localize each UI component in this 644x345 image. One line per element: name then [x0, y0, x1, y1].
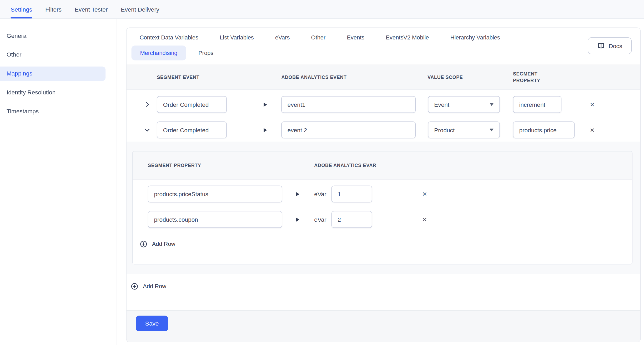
tab-list-variables[interactable]: List Variables	[220, 34, 254, 41]
expanded-row-section: Segment Property Adobe Analytics Evar eV…	[127, 142, 640, 274]
settings-sidebar: General Other Mappings Identity Resoluti…	[0, 19, 117, 345]
column-header-nested-segment-property: Segment Property	[148, 162, 201, 169]
sidebar-item-label: Other	[7, 51, 22, 58]
tab-hierarchy-variables[interactable]: Hierarchy Variables	[450, 34, 500, 41]
column-header-adobe-analytics-event: Adobe Analytics Event	[281, 74, 346, 80]
tab-eventsv2-mobile[interactable]: EventsV2 Mobile	[386, 34, 429, 41]
segment-event-input[interactable]	[157, 121, 227, 138]
value-scope-selected: Event	[434, 101, 449, 108]
remove-nested-row-button[interactable]: ✕	[419, 214, 430, 225]
chevron-right-icon[interactable]	[143, 101, 151, 108]
column-header-segment-event: Segment Event	[157, 74, 199, 80]
segment-property-input[interactable]	[513, 96, 561, 113]
nav-tab-label: Event Delivery	[121, 6, 159, 13]
tab-evars[interactable]: eVars	[275, 34, 290, 41]
tab-events[interactable]: Events	[347, 34, 364, 41]
triangle-right-icon	[296, 192, 299, 196]
table-header: Segment Event Adobe Analytics Event Valu…	[127, 64, 640, 90]
nested-evar-table: Segment Property Adobe Analytics Evar eV…	[132, 151, 633, 265]
nav-tab-label: Filters	[45, 6, 62, 13]
nav-tab-settings[interactable]: Settings	[11, 0, 32, 18]
remove-row-button[interactable]: ✕	[586, 99, 598, 110]
nav-tab-event-delivery[interactable]: Event Delivery	[121, 0, 159, 18]
card-footer: Save	[127, 310, 640, 342]
tab-props[interactable]: Props	[198, 50, 213, 56]
caret-down-icon	[490, 129, 494, 131]
segment-event-input[interactable]	[157, 96, 227, 113]
nested-table-header: Segment Property Adobe Analytics Evar	[133, 151, 632, 180]
sidebar-item-timestamps[interactable]: Timestamps	[0, 102, 117, 121]
sidebar-item-other[interactable]: Other	[0, 45, 117, 64]
add-row-label: Add Row	[143, 283, 166, 290]
nested-property-input[interactable]	[148, 211, 282, 228]
remove-row-button[interactable]: ✕	[586, 124, 598, 136]
nav-tab-label: Event Tester	[75, 6, 108, 13]
tab-other[interactable]: Other	[311, 34, 326, 41]
save-button[interactable]: Save	[136, 316, 168, 331]
book-icon	[597, 42, 605, 50]
segment-property-input[interactable]	[513, 121, 575, 138]
column-header-adobe-analytics-evar: Adobe Analytics Evar	[314, 162, 376, 169]
value-scope-selected: Product	[434, 127, 455, 133]
docs-button[interactable]: Docs	[588, 37, 632, 54]
triangle-right-icon	[264, 128, 267, 132]
sidebar-item-label: Timestamps	[7, 108, 39, 115]
tab-merchandising[interactable]: Merchandising	[132, 45, 186, 60]
column-header-segment-property: Segment Property	[513, 70, 552, 84]
caret-down-icon	[490, 103, 494, 106]
tab-row-1: Context Data Variables List Variables eV…	[140, 34, 500, 41]
mapping-tabs: Context Data Variables List Variables eV…	[127, 28, 640, 64]
adobe-event-input[interactable]	[281, 121, 416, 138]
sidebar-item-general[interactable]: General	[0, 26, 117, 45]
column-header-value-scope: Value Scope	[427, 74, 463, 80]
nav-tab-label: Settings	[11, 6, 32, 13]
nav-tab-event-tester[interactable]: Event Tester	[75, 0, 108, 18]
sidebar-item-mappings[interactable]: Mappings	[0, 64, 117, 83]
top-nav: Settings Filters Event Tester Event Deli…	[0, 0, 644, 19]
mappings-panel: Context Data Variables List Variables eV…	[126, 28, 641, 342]
evar-label: eVar	[314, 186, 326, 202]
sidebar-item-label: Mappings	[7, 70, 32, 77]
mapping-row: Product ✕	[127, 121, 640, 138]
triangle-right-icon	[264, 103, 267, 107]
evar-number-input[interactable]	[331, 211, 372, 228]
page: Settings Filters Event Tester Event Deli…	[0, 0, 644, 345]
value-scope-select[interactable]: Product	[428, 121, 500, 138]
tab-row-2: Merchandising Props	[132, 45, 214, 60]
evar-label: eVar	[314, 211, 326, 228]
add-row-label: Add Row	[152, 241, 175, 247]
adobe-event-input[interactable]	[281, 96, 416, 113]
tab-context-data-variables[interactable]: Context Data Variables	[140, 34, 198, 41]
plus-circle-icon	[140, 240, 147, 247]
value-scope-select[interactable]: Event	[428, 96, 500, 113]
sidebar-item-label: General	[7, 32, 28, 39]
docs-button-label: Docs	[609, 43, 622, 49]
add-nested-row-button[interactable]: Add Row	[140, 236, 175, 252]
sidebar-item-identity-resolution[interactable]: Identity Resolution	[0, 83, 117, 102]
mapping-row: Event ✕	[127, 96, 640, 113]
nested-property-input[interactable]	[148, 186, 282, 202]
triangle-right-icon	[296, 217, 299, 222]
evar-number-input[interactable]	[331, 186, 372, 202]
nested-row: eVar ✕	[133, 186, 632, 202]
sidebar-item-label: Identity Resolution	[7, 89, 56, 96]
nav-tab-filters[interactable]: Filters	[45, 0, 62, 18]
plus-circle-icon	[131, 283, 138, 290]
nested-row: eVar ✕	[133, 211, 632, 228]
add-row-button[interactable]: Add Row	[131, 278, 166, 294]
chevron-down-icon[interactable]	[143, 126, 151, 134]
remove-nested-row-button[interactable]: ✕	[419, 188, 430, 200]
